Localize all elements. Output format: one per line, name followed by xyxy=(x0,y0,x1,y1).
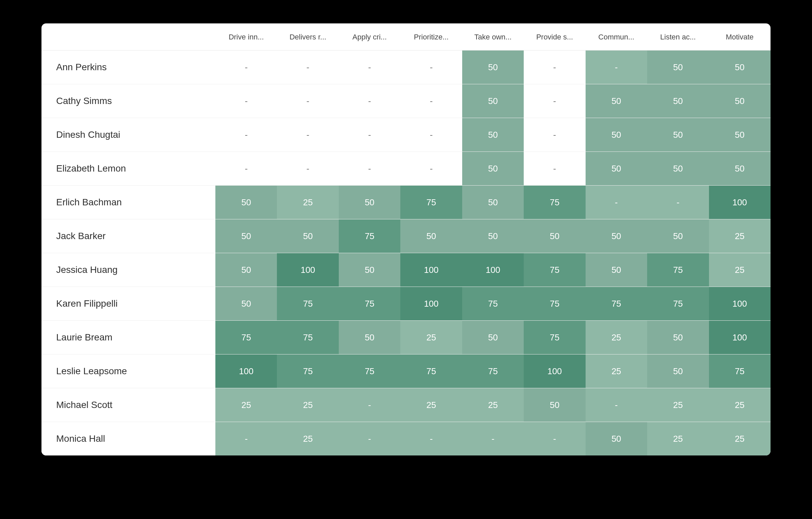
heatmap-cell[interactable]: 50 xyxy=(462,84,524,118)
heatmap-cell[interactable]: 75 xyxy=(462,287,524,321)
heatmap-cell[interactable]: 75 xyxy=(277,354,339,388)
heatmap-cell[interactable]: 50 xyxy=(709,51,771,84)
heatmap-cell[interactable]: 50 xyxy=(586,152,647,185)
header-col-7[interactable]: Listen ac... xyxy=(647,23,709,51)
row-name[interactable]: Elizabeth Lemon xyxy=(41,152,215,185)
header-col-1[interactable]: Delivers r... xyxy=(277,23,339,51)
heatmap-cell[interactable]: - xyxy=(524,51,585,84)
row-name[interactable]: Leslie Leapsome xyxy=(41,354,215,388)
heatmap-cell[interactable]: 75 xyxy=(215,321,277,354)
heatmap-cell[interactable]: - xyxy=(215,152,277,185)
heatmap-cell[interactable]: 100 xyxy=(709,321,771,354)
row-name[interactable]: Erlich Bachman xyxy=(41,185,215,220)
heatmap-cell[interactable]: 100 xyxy=(400,253,462,287)
heatmap-cell[interactable]: - xyxy=(339,422,400,456)
header-col-5[interactable]: Provide s... xyxy=(524,23,585,51)
heatmap-cell[interactable]: 50 xyxy=(462,220,524,253)
heatmap-cell[interactable]: 50 xyxy=(462,185,524,220)
heatmap-cell[interactable]: 75 xyxy=(277,321,339,354)
heatmap-cell[interactable]: 25 xyxy=(586,321,647,354)
heatmap-cell[interactable]: - xyxy=(524,152,585,185)
heatmap-cell[interactable]: 50 xyxy=(647,321,709,354)
heatmap-cell[interactable]: 75 xyxy=(277,287,339,321)
heatmap-cell[interactable]: - xyxy=(215,422,277,456)
header-col-3[interactable]: Prioritize... xyxy=(400,23,462,51)
heatmap-cell[interactable]: 100 xyxy=(277,253,339,287)
heatmap-cell[interactable]: 75 xyxy=(339,287,400,321)
heatmap-cell[interactable]: 100 xyxy=(400,287,462,321)
heatmap-cell[interactable]: 50 xyxy=(647,354,709,388)
heatmap-cell[interactable]: 50 xyxy=(339,253,400,287)
heatmap-cell[interactable]: 50 xyxy=(586,253,647,287)
heatmap-cell[interactable]: - xyxy=(462,422,524,456)
heatmap-cell[interactable]: 100 xyxy=(462,253,524,287)
heatmap-cell[interactable]: 75 xyxy=(339,354,400,388)
heatmap-cell[interactable]: 50 xyxy=(215,220,277,253)
heatmap-cell[interactable]: - xyxy=(339,51,400,84)
heatmap-cell[interactable]: 50 xyxy=(462,51,524,84)
heatmap-cell[interactable]: 75 xyxy=(524,321,585,354)
heatmap-cell[interactable]: 25 xyxy=(709,253,771,287)
heatmap-cell[interactable]: 75 xyxy=(400,185,462,220)
heatmap-cell[interactable]: - xyxy=(400,84,462,118)
heatmap-cell[interactable]: 25 xyxy=(709,388,771,422)
heatmap-cell[interactable]: 50 xyxy=(277,220,339,253)
heatmap-cell[interactable]: 50 xyxy=(215,185,277,220)
heatmap-cell[interactable]: - xyxy=(277,51,339,84)
row-name[interactable]: Jack Barker xyxy=(41,220,215,253)
heatmap-cell[interactable]: 75 xyxy=(524,253,585,287)
heatmap-cell[interactable]: 25 xyxy=(277,422,339,456)
heatmap-cell[interactable]: 75 xyxy=(462,354,524,388)
heatmap-cell[interactable]: 25 xyxy=(215,388,277,422)
heatmap-cell[interactable]: 75 xyxy=(586,287,647,321)
header-col-2[interactable]: Apply cri... xyxy=(339,23,400,51)
heatmap-cell[interactable]: 50 xyxy=(586,220,647,253)
heatmap-cell[interactable]: 25 xyxy=(400,388,462,422)
heatmap-cell[interactable]: 50 xyxy=(400,220,462,253)
heatmap-cell[interactable]: - xyxy=(400,51,462,84)
heatmap-cell[interactable]: 25 xyxy=(647,388,709,422)
heatmap-cell[interactable]: - xyxy=(647,185,709,220)
heatmap-cell[interactable]: 100 xyxy=(524,354,585,388)
heatmap-cell[interactable]: - xyxy=(277,84,339,118)
heatmap-cell[interactable]: 75 xyxy=(647,253,709,287)
heatmap-cell[interactable]: 50 xyxy=(462,321,524,354)
heatmap-cell[interactable]: 50 xyxy=(647,51,709,84)
heatmap-cell[interactable]: 50 xyxy=(586,84,647,118)
heatmap-cell[interactable]: 50 xyxy=(215,287,277,321)
heatmap-cell[interactable]: - xyxy=(215,51,277,84)
heatmap-cell[interactable]: - xyxy=(215,84,277,118)
heatmap-cell[interactable]: - xyxy=(524,118,585,152)
row-name[interactable]: Karen Filippelli xyxy=(41,287,215,321)
heatmap-cell[interactable]: 50 xyxy=(647,220,709,253)
heatmap-cell[interactable]: 50 xyxy=(462,118,524,152)
heatmap-cell[interactable]: 50 xyxy=(524,220,585,253)
heatmap-cell[interactable]: 100 xyxy=(709,287,771,321)
heatmap-cell[interactable]: - xyxy=(339,84,400,118)
heatmap-cell[interactable]: - xyxy=(524,84,585,118)
heatmap-cell[interactable]: - xyxy=(215,118,277,152)
heatmap-cell[interactable]: - xyxy=(400,422,462,456)
heatmap-cell[interactable]: 50 xyxy=(524,388,585,422)
heatmap-cell[interactable]: 25 xyxy=(709,220,771,253)
row-name[interactable]: Laurie Bream xyxy=(41,321,215,354)
row-name[interactable]: Monica Hall xyxy=(41,422,215,456)
heatmap-cell[interactable]: 75 xyxy=(524,185,585,220)
heatmap-cell[interactable]: 50 xyxy=(709,152,771,185)
row-name[interactable]: Michael Scott xyxy=(41,388,215,422)
heatmap-cell[interactable]: 25 xyxy=(277,388,339,422)
heatmap-cell[interactable]: 25 xyxy=(400,321,462,354)
header-col-6[interactable]: Commun... xyxy=(586,23,647,51)
heatmap-cell[interactable]: 100 xyxy=(709,185,771,220)
heatmap-cell[interactable]: 75 xyxy=(709,354,771,388)
header-col-8[interactable]: Motivate xyxy=(709,23,771,51)
heatmap-cell[interactable]: - xyxy=(586,51,647,84)
heatmap-cell[interactable]: 50 xyxy=(215,253,277,287)
heatmap-cell[interactable]: - xyxy=(277,152,339,185)
row-name[interactable]: Jessica Huang xyxy=(41,253,215,287)
heatmap-cell[interactable]: 25 xyxy=(586,354,647,388)
heatmap-cell[interactable]: 50 xyxy=(586,422,647,456)
heatmap-cell[interactable]: 25 xyxy=(277,185,339,220)
heatmap-cell[interactable]: 50 xyxy=(647,152,709,185)
heatmap-cell[interactable]: 50 xyxy=(709,118,771,152)
